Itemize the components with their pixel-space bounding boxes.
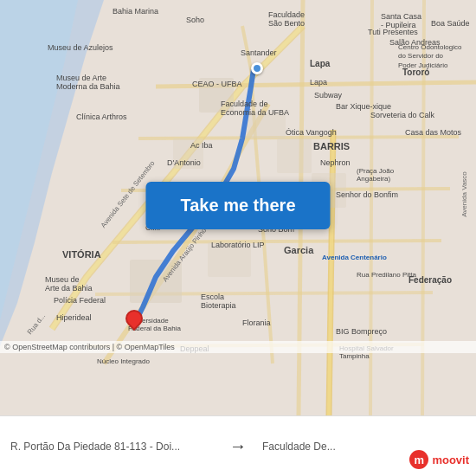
svg-rect-4: [173, 138, 203, 169]
moovit-text: moovit: [432, 453, 469, 466]
origin-label: R. Portão Da Piedade 81-113 - Doi...: [10, 441, 201, 453]
origin-section: R. Portão Da Piedade 81-113 - Doi...: [10, 441, 222, 453]
moovit-logo: m moovit: [409, 450, 469, 469]
app-container: Bahia Marina Soho FaculdadeSão Bento San…: [0, 0, 476, 476]
svg-rect-2: [242, 113, 286, 138]
moovit-m-icon: m: [409, 450, 428, 469]
svg-rect-6: [208, 242, 251, 277]
bottom-navigation-bar: R. Portão Da Piedade 81-113 - Doi... → F…: [0, 415, 476, 476]
svg-rect-1: [199, 78, 234, 113]
map-attribution: © OpenStreetMap contributors | © OpenMap…: [0, 341, 476, 353]
svg-rect-3: [277, 138, 312, 173]
dest-pin-head: [122, 306, 146, 331]
take-me-there-button[interactable]: Take me there: [145, 182, 330, 229]
destination-marker: [125, 310, 143, 331]
origin-marker: [251, 62, 263, 74]
arrow-icon: →: [222, 436, 254, 456]
map-container: Bahia Marina Soho FaculdadeSão Bento San…: [0, 0, 476, 415]
